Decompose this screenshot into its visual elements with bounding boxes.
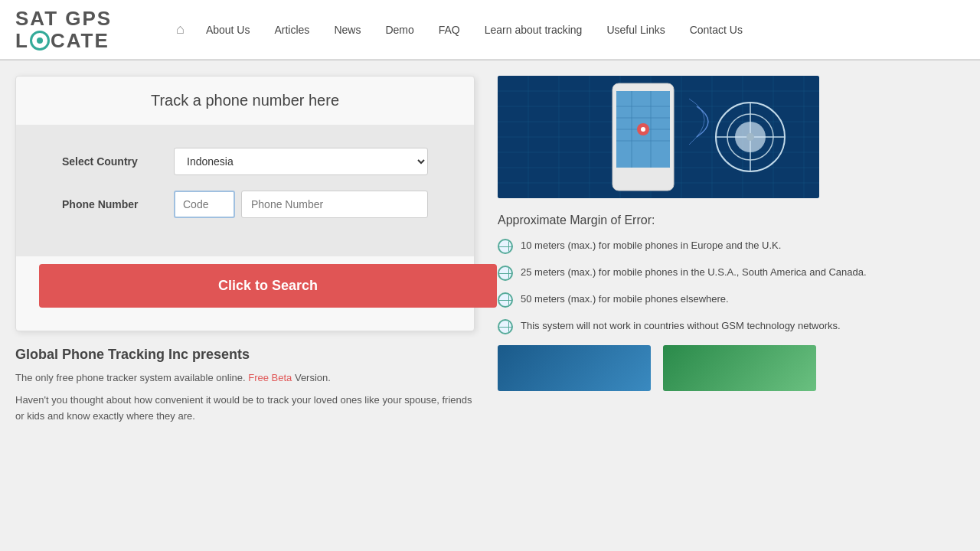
- bottom-text2: Haven't you thought about how convenient…: [15, 393, 475, 425]
- margin-text-3: This system will not work in countries w…: [521, 318, 841, 334]
- margin-item-2: 50 meters (max.) for mobile phones elsew…: [498, 292, 949, 308]
- main-content: Track a phone number here Select Country…: [0, 60, 965, 445]
- margin-item-1: 25 meters (max.) for mobile phones in th…: [498, 265, 949, 281]
- nav-demo[interactable]: Demo: [374, 18, 424, 42]
- thumb-1: [498, 345, 651, 391]
- country-row: Select Country Indonesia United States U…: [62, 148, 428, 175]
- margin-item-3: This system will not work in countries w…: [498, 318, 949, 334]
- logo-line1: SAT GPS: [15, 8, 112, 30]
- margin-text-0: 10 meters (max.) for mobile phones in Eu…: [521, 238, 781, 253]
- nav-articles[interactable]: Articles: [263, 18, 320, 42]
- tracking-image: [498, 76, 819, 198]
- globe-icon-3: [498, 319, 513, 334]
- logo-line2: L CATE: [15, 30, 112, 52]
- phone-row: Phone Number: [62, 191, 428, 218]
- nav-news[interactable]: News: [323, 18, 371, 42]
- margin-item-0: 10 meters (max.) for mobile phones in Eu…: [498, 238, 949, 254]
- tracker-title: Track a phone number here: [16, 77, 474, 125]
- logo-wrapper: SAT GPS L CATE: [15, 8, 112, 51]
- bottom-text1-before: The only free phone tracker system avail…: [15, 372, 248, 383]
- header: SAT GPS L CATE ⌂ About Us Articles News …: [0, 0, 980, 60]
- nav-contact-us[interactable]: Contact Us: [679, 18, 753, 42]
- globe-icon-2: [498, 292, 513, 308]
- free-beta-link[interactable]: Free Beta: [248, 372, 292, 383]
- bottom-section: Global Phone Tracking Inc presents The o…: [15, 331, 475, 424]
- margin-title: Approximate Margin of Error:: [498, 214, 949, 227]
- svg-point-28: [641, 127, 645, 132]
- nav-faq[interactable]: FAQ: [428, 18, 471, 42]
- navigation: ⌂ About Us Articles News Demo FAQ Learn …: [168, 15, 753, 44]
- nav-useful-links[interactable]: Useful Links: [596, 18, 675, 42]
- margin-text-2: 50 meters (max.) for mobile phones elsew…: [521, 292, 729, 307]
- right-column: Approximate Margin of Error: 10 meters (…: [498, 76, 949, 430]
- phone-code-input[interactable]: [174, 191, 235, 218]
- home-nav-icon[interactable]: ⌂: [168, 15, 192, 44]
- search-button[interactable]: Click to Search: [39, 264, 497, 308]
- phone-number-input[interactable]: [241, 191, 428, 218]
- globe-icon-1: [498, 266, 513, 281]
- country-select[interactable]: Indonesia United States United Kingdom A…: [174, 148, 428, 175]
- tracker-card: Track a phone number here Select Country…: [15, 76, 475, 331]
- logo-o-icon: [30, 31, 50, 51]
- tracker-form-area: Select Country Indonesia United States U…: [16, 125, 474, 256]
- bottom-text1: The only free phone tracker system avail…: [15, 370, 475, 386]
- logo: SAT GPS L CATE: [15, 8, 153, 51]
- margin-text-1: 25 meters (max.) for mobile phones in th…: [521, 265, 867, 280]
- left-column: Track a phone number here Select Country…: [15, 76, 475, 430]
- phone-label: Phone Number: [62, 198, 162, 210]
- phone-inputs: [174, 191, 428, 218]
- globe-icon-0: [498, 239, 513, 254]
- thumb-2: [663, 345, 816, 391]
- country-label: Select Country: [62, 155, 162, 168]
- tracking-svg: [498, 76, 819, 198]
- nav-about-us[interactable]: About Us: [195, 18, 261, 42]
- bottom-text1-after: Version.: [292, 372, 331, 383]
- svg-point-34: [746, 133, 754, 141]
- bottom-title: Global Phone Tracking Inc presents: [15, 347, 475, 363]
- thumb-row: [498, 345, 949, 391]
- nav-learn-tracking[interactable]: Learn about tracking: [474, 18, 593, 42]
